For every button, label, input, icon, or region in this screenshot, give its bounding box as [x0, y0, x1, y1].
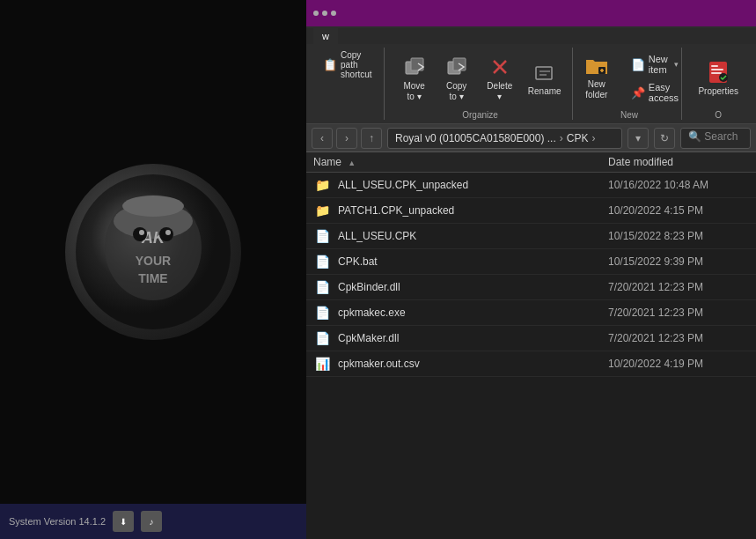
new-item-icon: 📄 — [631, 58, 645, 71]
new-label: New — [620, 107, 638, 120]
file-type-icon: 📁 — [313, 176, 331, 194]
rename-btn[interactable]: Rename — [524, 55, 565, 100]
file-name: CpkMaker.dll — [338, 332, 608, 344]
copy-path-label: Copy path shortcut — [341, 50, 372, 79]
col-date-header[interactable]: Date modified — [608, 156, 749, 168]
system-version-label: System Version 14.1.2 — [9, 516, 106, 527]
table-row[interactable]: 📁 ALL_USEU.CPK_unpacked 10/16/2022 10:48… — [306, 173, 756, 198]
delete-label: Delete ▾ — [485, 81, 515, 102]
rename-label: Rename — [528, 86, 561, 97]
file-name: CPK.bat — [338, 255, 608, 268]
delete-icon — [486, 53, 514, 81]
dropdown-btn[interactable]: ▾ — [628, 128, 649, 149]
file-date: 10/15/2022 9:39 PM — [608, 255, 749, 268]
new-folder-label: New folder — [580, 79, 613, 100]
ribbon-content: 📋 Copy path shortcut — [306, 44, 756, 123]
table-row[interactable]: 📄 CPK.bat 10/15/2022 9:39 PM — [306, 249, 756, 275]
ribbon: w 📋 Copy path shortcut — [306, 26, 756, 124]
properties-btn[interactable]: Properties — [693, 55, 744, 100]
file-rows-container: 📁 ALL_USEU.CPK_unpacked 10/16/2022 10:48… — [306, 173, 756, 377]
organize-label: Organize — [462, 107, 498, 120]
title-dot-3 — [331, 11, 336, 16]
file-name: cpkmakec.exe — [338, 306, 608, 319]
col-name-header[interactable]: Name ▲ — [313, 156, 608, 168]
svg-point-3 — [122, 196, 184, 217]
table-row[interactable]: 📄 ALL_USEU.CPK 10/15/2022 8:23 PM — [306, 224, 756, 249]
move-icon — [400, 53, 429, 81]
search-box[interactable]: 🔍 Search — [680, 128, 751, 149]
file-date: 7/20/2021 12:23 PM — [608, 281, 749, 293]
open-label: O — [715, 107, 722, 120]
copy-path-btn[interactable]: 📋 Copy path shortcut — [318, 48, 378, 82]
rename-icon — [531, 58, 559, 86]
downloads-icon[interactable]: ⬇ — [113, 511, 134, 532]
forward-btn[interactable]: › — [336, 128, 357, 149]
ribbon-tab-bar: w — [306, 28, 756, 44]
file-list: Name ▲ Date modified 📁 ALL_USEU.CPK_unpa… — [306, 152, 756, 539]
copy-icon: 📋 — [323, 58, 337, 71]
svg-rect-25 — [711, 69, 723, 70]
table-row[interactable]: 📁 PATCH1.CPK_unpacked 10/20/2022 4:15 PM — [306, 198, 756, 224]
file-name: ALL_USEU.CPK — [338, 230, 608, 242]
path-arrow2: › — [591, 132, 595, 144]
svg-text:YOUR: YOUR — [136, 254, 171, 268]
file-type-icon: 📄 — [313, 329, 331, 347]
new-section: New folder 📄 New item ▾ 📌 Easy access — [576, 48, 682, 120]
ribbon-tab-home[interactable]: w — [313, 28, 338, 44]
copy-to-btn[interactable]: Copyto ▾ — [437, 49, 476, 106]
file-type-icon: 📁 — [313, 202, 331, 219]
table-row[interactable]: 📄 cpkmakec.exe 7/20/2021 12:23 PM — [306, 300, 756, 326]
file-type-icon: 📄 — [313, 304, 331, 321]
svg-rect-26 — [711, 72, 722, 74]
file-date: 7/20/2021 12:23 PM — [608, 306, 749, 319]
table-row[interactable]: 📊 cpkmaker.out.csv 10/20/2022 4:19 PM — [306, 351, 756, 377]
new-item-arrow: ▾ — [674, 60, 679, 69]
file-name: ALL_USEU.CPK_unpacked — [338, 179, 608, 191]
new-folder-icon — [583, 51, 611, 79]
file-name: CpkBinder.dll — [338, 281, 608, 293]
open-section: Properties O — [686, 48, 751, 120]
file-date: 10/15/2022 8:23 PM — [608, 230, 749, 242]
new-folder-btn[interactable]: New folder — [575, 48, 619, 104]
move-to-label: Moveto ▾ — [403, 81, 424, 102]
new-item-label: New item — [649, 54, 671, 75]
copy-to-label: Copyto ▾ — [446, 81, 466, 102]
left-panel: AK YOUR TIME System Version 14.1.2 ⬇ ♪ — [0, 0, 306, 539]
file-date: 10/20/2022 4:19 PM — [608, 358, 749, 370]
svg-point-10 — [165, 230, 171, 235]
sort-arrow: ▲ — [348, 159, 356, 167]
taskbar-bottom: System Version 14.1.2 ⬇ ♪ — [0, 504, 306, 539]
file-name: PATCH1.CPK_unpacked — [338, 204, 608, 217]
path-arrow: › — [560, 132, 563, 144]
address-path[interactable]: Royal v0 (01005CA01580E000) ... › CPK › — [387, 128, 622, 149]
address-bar: ‹ › ↑ Royal v0 (01005CA01580E000) ... › … — [306, 124, 756, 152]
move-to-btn[interactable]: Moveto ▾ — [395, 49, 434, 106]
organize-buttons: Moveto ▾ Copyto ▾ — [395, 48, 566, 107]
new-item-btn[interactable]: 📄 New item ▾ — [626, 51, 684, 78]
file-type-icon: 📄 — [313, 253, 331, 270]
table-row[interactable]: 📄 CpkBinder.dll 7/20/2021 12:23 PM — [306, 275, 756, 300]
copy-to-icon — [443, 53, 471, 81]
nav-controls: ‹ › ↑ — [312, 128, 382, 149]
file-type-icon: 📄 — [313, 278, 331, 296]
logo-circle: AK YOUR TIME — [65, 164, 241, 340]
easy-access-btn[interactable]: 📌 Easy access — [626, 79, 684, 106]
up-btn[interactable]: ↑ — [361, 128, 382, 149]
title-dot-1 — [313, 11, 319, 16]
music-icon[interactable]: ♪ — [141, 511, 162, 532]
svg-rect-17 — [536, 67, 552, 79]
file-explorer: w 📋 Copy path shortcut — [306, 0, 756, 539]
easy-access-icon: 📌 — [631, 86, 645, 100]
file-date: 10/16/2022 10:48 AM — [608, 179, 749, 191]
svg-text:TIME: TIME — [138, 271, 167, 285]
easy-access-label: Easy access — [649, 82, 679, 103]
refresh-btn[interactable]: ↻ — [654, 128, 675, 149]
clipboard-section: 📋 Copy path shortcut — [312, 48, 385, 120]
file-date: 10/20/2022 4:15 PM — [608, 204, 749, 217]
clipboard-buttons: 📋 Copy path shortcut — [318, 48, 378, 116]
file-type-icon: 📄 — [313, 227, 331, 245]
table-row[interactable]: 📄 CpkMaker.dll 7/20/2021 12:23 PM — [306, 326, 756, 351]
title-bar — [306, 0, 756, 26]
back-btn[interactable]: ‹ — [312, 128, 333, 149]
delete-btn[interactable]: Delete ▾ — [480, 49, 520, 106]
